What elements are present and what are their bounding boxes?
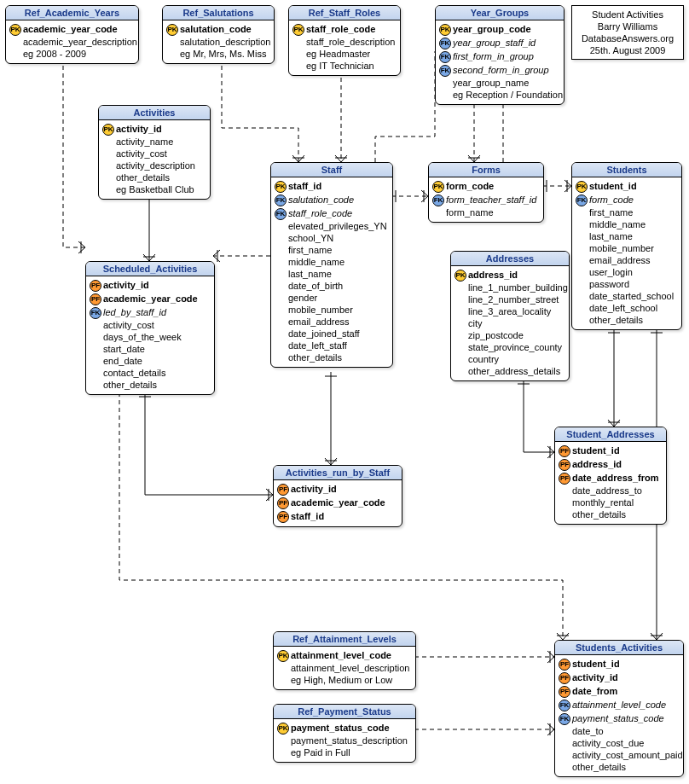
field-name: date_to [572,725,680,737]
field-row: PFdate_address_from [559,471,663,485]
field-name: last_name [589,230,678,242]
field-row: PFstaff_id [277,509,398,523]
key-slot: FK [559,711,572,725]
field-row: date_left_school [576,302,678,314]
field-name: activity_description [116,160,206,171]
field-name: date_of_birth [288,280,389,292]
entity-body: PKaddress_idline_1_number_buildingline_2… [451,266,569,380]
field-row: FKyear_group_staff_id [439,36,560,49]
pf-key-icon: PF [90,293,101,305]
field-name: middle_name [589,218,678,230]
field-row: FKpayment_status_code [559,711,680,725]
fk-key-icon: FK [275,208,287,220]
meta-date: 25th. August 2009 [577,44,678,56]
entity-body: PKacademic_year_codeacademic_year_descri… [6,20,138,63]
field-name: date_left_school [589,302,678,314]
field-row: PFstudent_id [559,444,663,457]
entity-body: PKattainment_level_codeattainment_level_… [274,647,415,689]
field-name: staff_role_code [288,207,389,219]
field-name: academic_year_description [23,36,137,48]
key-slot: PK [9,22,23,36]
field-row: zip_postcode [455,329,565,341]
field-row: activity_cost [90,319,211,331]
field-row: PKactivity_id [102,122,206,136]
key-slot: FK [432,193,446,206]
entity-scheduled-activities: Scheduled_ActivitiesPFactivity_idPFacade… [85,261,215,395]
entity-body: PFactivity_idPFacademic_year_codeFKled_b… [86,276,214,394]
fk-key-icon: FK [90,307,101,319]
pk-key-icon: PK [275,181,287,193]
entity-title: Students_Activities [555,641,683,655]
key-slot: PF [277,482,291,496]
field-row: PFacademic_year_code [277,496,398,509]
entity-title: Scheduled_Activities [86,262,214,276]
field-name: eg 2008 - 2009 [23,48,135,60]
field-name: user_login [589,266,678,278]
fk-key-icon: FK [275,195,287,206]
field-row: PFactivity_id [90,278,211,292]
field-name: address_id [572,458,663,470]
field-name: other_details [589,314,678,326]
field-name: student_id [589,180,678,192]
field-name: date_joined_staff [288,328,389,340]
field-name: staff_role_description [306,36,397,48]
field-name: line_2_number_street [468,293,565,305]
entity-body: PKyear_group_codeFKyear_group_staff_idFK… [436,20,564,104]
field-row: activity_name [102,136,206,148]
field-row: eg Basketball Club [102,183,206,195]
field-name: email_address [288,316,389,328]
entity-year-groups: Year_GroupsPKyear_group_codeFKyear_group… [435,5,565,105]
entity-activities: ActivitiesPKactivity_idactivity_nameacti… [98,105,211,200]
entity-title: Ref_Payment_Status [274,705,415,719]
entity-body: PKactivity_idactivity_nameactivity_costa… [99,120,210,199]
field-row: gender [275,292,389,304]
entity-body: PKform_codeFKform_teacher_staff_idform_n… [429,177,543,222]
key-slot: PF [559,684,572,698]
field-name: days_of_the_week [103,331,211,343]
entity-body: PKstaff_role_codestaff_role_descriptione… [289,20,400,75]
entity-title: Student_Addresses [555,427,666,442]
field-name: payment_status_code [291,722,412,734]
field-name: attainment_level_description [291,662,412,674]
field-row: middle_name [275,256,389,268]
entity-title: Year_Groups [436,6,564,20]
field-row: FKform_teacher_staff_id [432,193,540,206]
field-name: activity_id [103,279,211,291]
field-name: eg Paid in Full [291,746,412,758]
field-row: FKled_by_staff_id [90,305,211,319]
pk-key-icon: PK [166,24,178,36]
field-row: date_left_staff [275,340,389,351]
key-slot: FK [439,49,453,63]
field-name: student_id [572,658,680,670]
fk-key-icon: FK [432,195,444,206]
field-row: date_joined_staff [275,328,389,340]
key-slot: PF [277,496,291,509]
entity-staff: StaffPKstaff_idFKsalutation_codeFKstaff_… [270,162,393,368]
field-row: activity_description [102,160,206,171]
field-row: PFactivity_id [559,671,680,684]
field-row: PFaddress_id [559,457,663,471]
key-slot: PK [576,179,589,193]
field-row: staff_role_description [292,36,397,48]
field-name: other_details [116,171,206,183]
entity-body: PFstudent_idPFactivity_idPFdate_fromFKat… [555,655,683,776]
pk-key-icon: PK [455,270,466,282]
field-name: country [468,353,565,365]
key-slot: FK [275,206,288,220]
field-row: payment_status_description [277,735,412,746]
field-row: FKfirst_form_in_group [439,49,560,63]
field-name: gender [288,292,389,304]
field-row: other_details [559,761,680,773]
field-name: eg High, Medium or Low [291,674,412,686]
field-row: email_address [576,254,678,266]
field-name: eg Reception / Foundation [453,89,563,101]
field-row: salutation_description [166,36,270,48]
field-row: PKyear_group_code [439,22,560,36]
key-slot: PF [277,509,291,523]
key-slot: PF [559,671,572,684]
field-row: FKsalutation_code [275,193,389,206]
field-name: contact_details [103,367,211,379]
entity-activities-run-by-staff: Activities_run_by_StaffPFactivity_idPFac… [273,465,402,527]
fk-key-icon: FK [576,195,588,206]
field-name: eg Headmaster [306,48,397,60]
